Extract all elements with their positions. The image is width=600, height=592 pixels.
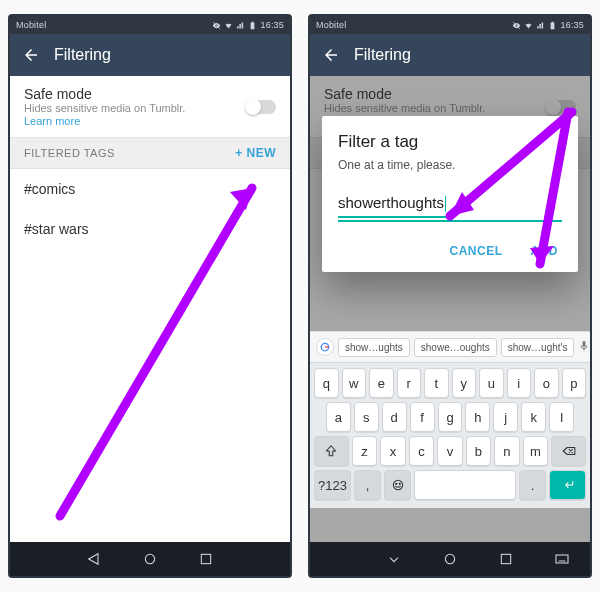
key-enter[interactable] xyxy=(549,470,586,500)
nav-home-icon[interactable] xyxy=(142,551,158,567)
eye-off-icon xyxy=(512,21,521,30)
app-bar: Filtering xyxy=(310,34,590,76)
nav-back-icon[interactable] xyxy=(86,551,102,567)
key-v[interactable]: v xyxy=(437,436,462,466)
signal-icon xyxy=(236,21,245,30)
app-bar: Filtering xyxy=(10,34,290,76)
clock-label: 16:35 xyxy=(560,20,584,30)
clock-label: 16:35 xyxy=(260,20,284,30)
key-backspace[interactable] xyxy=(551,436,586,466)
key-t[interactable]: t xyxy=(424,368,449,398)
key-u[interactable]: u xyxy=(479,368,504,398)
tag-item[interactable]: #comics xyxy=(10,169,290,209)
keyboard-toggle-icon[interactable] xyxy=(554,551,570,567)
key-n[interactable]: n xyxy=(494,436,519,466)
key-f[interactable]: f xyxy=(410,402,435,432)
key-shift[interactable] xyxy=(314,436,349,466)
status-icons: 16:35 xyxy=(212,20,284,30)
status-bar: Mobitel 16:35 xyxy=(310,16,590,34)
key-l[interactable]: l xyxy=(549,402,574,432)
phone-right: Mobitel 16:35 Filtering Safe mode Hides … xyxy=(308,14,592,578)
key-h[interactable]: h xyxy=(465,402,490,432)
key-symbols[interactable]: ?123 xyxy=(314,470,351,500)
back-icon[interactable] xyxy=(22,46,40,64)
dialog-subtitle: One at a time, please. xyxy=(338,158,562,172)
key-w[interactable]: w xyxy=(342,368,367,398)
battery-icon xyxy=(548,21,557,30)
key-b[interactable]: b xyxy=(466,436,491,466)
suggestion-chip[interactable]: show…ughts xyxy=(338,338,410,357)
mic-icon[interactable] xyxy=(578,340,590,354)
wifi-icon xyxy=(524,21,533,30)
key-p[interactable]: p xyxy=(562,368,587,398)
filtered-tags-header: FILTERED TAGS + NEW xyxy=(10,137,290,169)
svg-point-11 xyxy=(399,483,400,484)
text-caret xyxy=(445,196,446,212)
key-m[interactable]: m xyxy=(523,436,548,466)
nav-home-icon[interactable] xyxy=(442,551,458,567)
key-x[interactable]: x xyxy=(380,436,405,466)
key-emoji[interactable] xyxy=(384,470,411,500)
svg-point-9 xyxy=(393,480,402,489)
safe-mode-toggle[interactable] xyxy=(246,100,276,114)
key-z[interactable]: z xyxy=(352,436,377,466)
suggestion-chip[interactable]: show…ught's xyxy=(501,338,575,357)
key-d[interactable]: d xyxy=(382,402,407,432)
google-icon[interactable] xyxy=(316,338,334,356)
key-y[interactable]: y xyxy=(452,368,477,398)
key-a[interactable]: a xyxy=(326,402,351,432)
safe-mode-sub: Hides sensitive media on Tumblr. xyxy=(24,102,185,115)
key-q[interactable]: q xyxy=(314,368,339,398)
app-bar-title: Filtering xyxy=(54,46,111,64)
svg-point-12 xyxy=(445,554,454,563)
key-c[interactable]: c xyxy=(409,436,434,466)
keyboard: q w e r t y u i o p a s d xyxy=(310,363,590,508)
app-bar-title: Filtering xyxy=(354,46,411,64)
phone-left: Mobitel 16:35 Filtering Safe mode Hides … xyxy=(8,14,292,578)
eye-off-icon xyxy=(212,21,221,30)
status-bar: Mobitel 16:35 xyxy=(10,16,290,34)
safe-mode-row[interactable]: Safe mode Hides sensitive media on Tumbl… xyxy=(10,76,290,137)
cancel-button[interactable]: CANCEL xyxy=(446,238,507,264)
wifi-icon xyxy=(224,21,233,30)
key-period[interactable]: . xyxy=(519,470,546,500)
filter-tag-dialog: Filter a tag One at a time, please. show… xyxy=(322,116,578,272)
screen-right: Safe mode Hides sensitive media on Tumbl… xyxy=(310,76,590,542)
key-space[interactable] xyxy=(414,470,516,500)
key-e[interactable]: e xyxy=(369,368,394,398)
nav-bar xyxy=(310,542,590,576)
key-o[interactable]: o xyxy=(534,368,559,398)
tag-item[interactable]: #star wars xyxy=(10,209,290,249)
carrier-label: Mobitel xyxy=(316,20,346,30)
key-k[interactable]: k xyxy=(521,402,546,432)
nav-recent-icon[interactable] xyxy=(198,551,214,567)
svg-point-10 xyxy=(395,483,396,484)
add-new-tag-button[interactable]: + NEW xyxy=(235,146,276,160)
key-j[interactable]: j xyxy=(493,402,518,432)
section-label: FILTERED TAGS xyxy=(24,147,115,159)
svg-point-2 xyxy=(145,554,154,563)
svg-rect-14 xyxy=(556,555,568,563)
suggestion-chip[interactable]: showe…oughts xyxy=(414,338,497,357)
tag-input-wrap[interactable]: showerthoughts xyxy=(338,190,562,222)
key-g[interactable]: g xyxy=(438,402,463,432)
suggestion-bar: show…ughts showe…oughts show…ught's xyxy=(310,331,590,363)
battery-icon xyxy=(248,21,257,30)
nav-bar xyxy=(10,542,290,576)
key-comma[interactable]: , xyxy=(354,470,381,500)
tag-input-value: showerthoughts xyxy=(338,194,444,211)
screen-left: Safe mode Hides sensitive media on Tumbl… xyxy=(10,76,290,542)
status-icons: 16:35 xyxy=(512,20,584,30)
carrier-label: Mobitel xyxy=(16,20,46,30)
svg-rect-3 xyxy=(201,554,210,563)
learn-more-link[interactable]: Learn more xyxy=(24,115,185,127)
key-i[interactable]: i xyxy=(507,368,532,398)
add-button[interactable]: ADD xyxy=(527,238,563,264)
back-icon[interactable] xyxy=(322,46,340,64)
dialog-title: Filter a tag xyxy=(338,132,562,152)
key-r[interactable]: r xyxy=(397,368,422,398)
keyboard-area: show…ughts showe…oughts show…ught's q w … xyxy=(310,331,590,508)
key-s[interactable]: s xyxy=(354,402,379,432)
nav-back-icon[interactable] xyxy=(386,551,402,567)
nav-recent-icon[interactable] xyxy=(498,551,514,567)
